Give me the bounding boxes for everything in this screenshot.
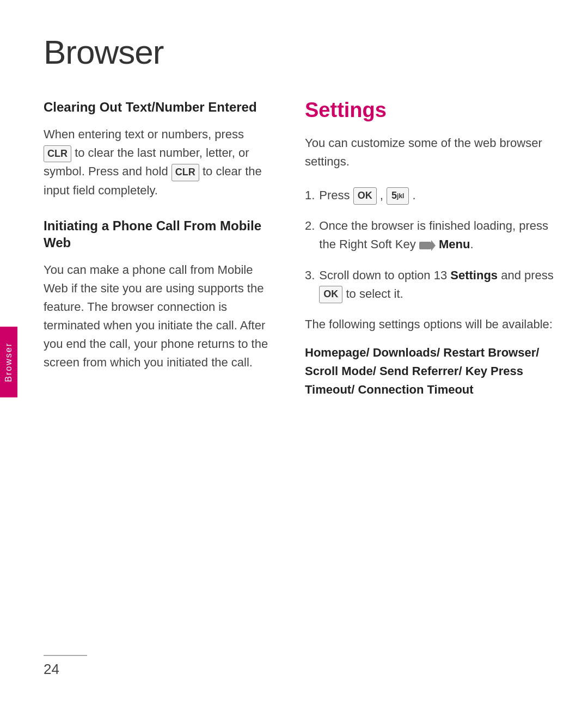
section-phone-call: Initiating a Phone Call From Mobile Web … <box>44 217 272 372</box>
ok-key-1: OK <box>353 187 377 205</box>
clr-key-2: CLR <box>171 164 199 181</box>
step-2: 2. Once the browser is finished loading,… <box>305 217 555 254</box>
five-key: 5 jkl <box>387 187 409 205</box>
step2-content: Once the browser is finished loading, pr… <box>319 217 555 254</box>
following-text: The following settings options will be a… <box>305 315 555 334</box>
footer-line <box>44 655 87 656</box>
step2-num: 2. <box>305 217 315 254</box>
section2-text: You can make a phone call from Mobile We… <box>44 261 272 372</box>
sidebar-tab-label: Browser <box>4 342 14 382</box>
footer: 24 <box>44 661 555 678</box>
section1-text: When entering text or numbers, press CLR… <box>44 125 272 199</box>
clr-key-1: CLR <box>44 145 71 163</box>
page-number: 24 <box>44 661 59 678</box>
settings-intro: You can customize some of the web browse… <box>305 134 555 171</box>
section1-text-before: When entering text or numbers, press <box>44 127 244 141</box>
settings-bold: Settings <box>450 268 498 282</box>
step-1: 1. Press OK , 5 jkl . <box>305 186 555 205</box>
step1-num: 1. <box>305 186 315 205</box>
step-3: 3. Scroll down to option 13 Settings and… <box>305 266 555 303</box>
settings-title: Settings <box>305 99 555 122</box>
svg-marker-1 <box>431 240 436 251</box>
left-column: Clearing Out Text/Number Entered When en… <box>44 99 272 399</box>
step3-content: Scroll down to option 13 Settings and pr… <box>319 266 555 303</box>
content-columns: Clearing Out Text/Number Entered When en… <box>44 99 555 399</box>
section1-heading: Clearing Out Text/Number Entered <box>44 99 272 115</box>
options-list: Homepage/ Downloads/ Restart Browser/ Sc… <box>305 344 555 399</box>
section-clearing-text: Clearing Out Text/Number Entered When en… <box>44 99 272 200</box>
section2-heading: Initiating a Phone Call From Mobile Web <box>44 217 272 251</box>
svg-rect-0 <box>419 242 431 249</box>
step3-num: 3. <box>305 266 315 303</box>
sidebar-tab: Browser <box>0 327 17 397</box>
ok-key-2: OK <box>319 286 342 303</box>
page-title: Browser <box>44 33 555 71</box>
step1-content: Press OK , 5 jkl . <box>319 186 555 205</box>
right-soft-key-icon <box>419 240 436 251</box>
right-column: Settings You can customize some of the w… <box>305 99 555 399</box>
menu-label: Menu <box>439 237 470 251</box>
page: Browser Clearing Out Text/Number Entered… <box>0 0 588 705</box>
